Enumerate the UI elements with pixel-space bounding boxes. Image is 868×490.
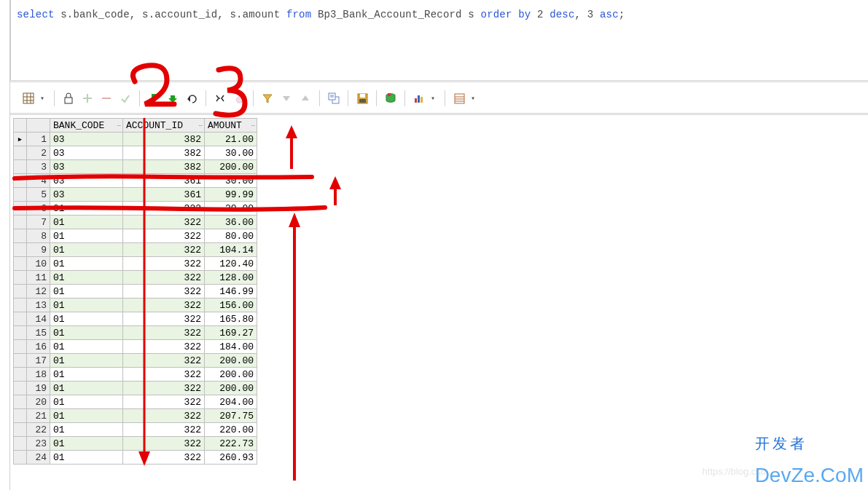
- cell-amount[interactable]: 30.00: [205, 146, 257, 160]
- lock-button[interactable]: [59, 89, 78, 108]
- cell-account-id[interactable]: 322: [123, 257, 205, 271]
- cell-amount[interactable]: 36.00: [205, 216, 257, 229]
- cell-amount[interactable]: 204.00: [205, 395, 257, 409]
- view-list-button[interactable]: [450, 89, 469, 108]
- cell-bank-code[interactable]: 03: [50, 174, 123, 188]
- row-marker[interactable]: [14, 395, 27, 409]
- row-marker[interactable]: [14, 299, 27, 312]
- filter-button[interactable]: [258, 89, 277, 108]
- cell-amount[interactable]: 222.73: [205, 437, 257, 451]
- cell-amount[interactable]: 20.00: [205, 202, 257, 216]
- row-marker[interactable]: [14, 160, 27, 174]
- col-bank-code[interactable]: BANK_CODE…: [50, 119, 123, 133]
- sql-editor[interactable]: select s.bank_code, s.account_id, s.amou…: [10, 0, 868, 80]
- row-marker[interactable]: [14, 326, 27, 340]
- table-row[interactable]: 901322104.14: [14, 243, 257, 257]
- rowmark-header[interactable]: [14, 119, 27, 133]
- cell-bank-code[interactable]: 01: [50, 299, 123, 312]
- rownum-header[interactable]: [27, 119, 50, 133]
- cell-account-id[interactable]: 322: [123, 229, 205, 243]
- export-db-button[interactable]: [381, 89, 400, 108]
- table-row[interactable]: 1501322169.27: [14, 326, 257, 340]
- cell-bank-code[interactable]: 01: [50, 437, 123, 451]
- chart-dropdown[interactable]: ▾: [429, 94, 437, 103]
- table-row[interactable]: 303382200.00: [14, 160, 257, 174]
- row-marker[interactable]: [14, 354, 27, 368]
- add-row-button[interactable]: [78, 89, 97, 108]
- row-marker[interactable]: [14, 437, 27, 451]
- cell-amount[interactable]: 200.00: [205, 160, 257, 174]
- cell-account-id[interactable]: 322: [123, 285, 205, 299]
- table-row[interactable]: 70132236.00: [14, 216, 257, 229]
- cell-account-id[interactable]: 322: [123, 326, 205, 340]
- cell-amount[interactable]: 21.00: [205, 133, 257, 146]
- grid-button[interactable]: [19, 89, 38, 108]
- sort-asc-button[interactable]: [296, 89, 315, 108]
- cell-account-id[interactable]: 322: [123, 340, 205, 354]
- cell-account-id[interactable]: 322: [123, 312, 205, 326]
- cell-bank-code[interactable]: 01: [50, 368, 123, 382]
- grid-dropdown[interactable]: ▾: [38, 94, 47, 103]
- table-row[interactable]: 60132220.00: [14, 202, 257, 216]
- row-marker[interactable]: [14, 257, 27, 271]
- table-row[interactable]: ▸10338221.00: [14, 133, 257, 146]
- table-row[interactable]: 20338230.00: [14, 146, 257, 160]
- table-row[interactable]: 2001322204.00: [14, 395, 257, 409]
- cell-bank-code[interactable]: 03: [50, 146, 123, 160]
- cell-bank-code[interactable]: 01: [50, 354, 123, 368]
- row-marker[interactable]: [14, 409, 27, 423]
- commit-button[interactable]: [144, 89, 163, 108]
- row-marker[interactable]: [14, 271, 27, 285]
- cell-amount[interactable]: 165.80: [205, 312, 257, 326]
- cell-bank-code[interactable]: 01: [50, 202, 123, 216]
- clear-button[interactable]: [230, 89, 249, 108]
- table-row[interactable]: 80132280.00: [14, 229, 257, 243]
- cell-amount[interactable]: 120.40: [205, 257, 257, 271]
- row-marker[interactable]: [14, 340, 27, 354]
- sort-desc-button[interactable]: [277, 89, 296, 108]
- cell-account-id[interactable]: 322: [123, 451, 205, 465]
- cell-bank-code[interactable]: 01: [50, 271, 123, 285]
- cell-account-id[interactable]: 382: [123, 146, 205, 160]
- cell-amount[interactable]: 200.00: [205, 382, 257, 395]
- table-row[interactable]: 1601322184.00: [14, 340, 257, 354]
- cell-account-id[interactable]: 361: [123, 174, 205, 188]
- cell-amount[interactable]: 104.14: [205, 243, 257, 257]
- table-row[interactable]: 50336199.99: [14, 188, 257, 202]
- cell-account-id[interactable]: 322: [123, 423, 205, 437]
- table-row[interactable]: 2401322260.93: [14, 451, 257, 465]
- cell-bank-code[interactable]: 01: [50, 229, 123, 243]
- cell-bank-code[interactable]: 01: [50, 243, 123, 257]
- cell-account-id[interactable]: 322: [123, 354, 205, 368]
- cell-amount[interactable]: 200.00: [205, 368, 257, 382]
- cell-amount[interactable]: 30.00: [205, 174, 257, 188]
- cell-amount[interactable]: 128.00: [205, 271, 257, 285]
- row-marker[interactable]: [14, 174, 27, 188]
- post-edit-button[interactable]: [116, 89, 135, 108]
- cell-bank-code[interactable]: 01: [50, 285, 123, 299]
- cell-amount[interactable]: 260.93: [205, 451, 257, 465]
- row-marker[interactable]: [14, 229, 27, 243]
- row-marker[interactable]: [14, 188, 27, 202]
- cell-amount[interactable]: 99.99: [205, 188, 257, 202]
- save-button[interactable]: [353, 89, 372, 108]
- find-button[interactable]: [211, 89, 230, 108]
- cell-account-id[interactable]: 322: [123, 437, 205, 451]
- delete-row-button[interactable]: [97, 89, 116, 108]
- cell-account-id[interactable]: 322: [123, 243, 205, 257]
- cell-amount[interactable]: 156.00: [205, 299, 257, 312]
- row-marker[interactable]: [14, 285, 27, 299]
- cell-account-id[interactable]: 322: [123, 216, 205, 229]
- row-marker[interactable]: ▸: [14, 133, 27, 146]
- cell-amount[interactable]: 220.00: [205, 423, 257, 437]
- cell-account-id[interactable]: 322: [123, 409, 205, 423]
- cell-account-id[interactable]: 322: [123, 382, 205, 395]
- col-amount[interactable]: AMOUNT…: [205, 119, 257, 133]
- cell-bank-code[interactable]: 01: [50, 409, 123, 423]
- cell-account-id[interactable]: 322: [123, 395, 205, 409]
- cell-account-id[interactable]: 322: [123, 271, 205, 285]
- row-marker[interactable]: [14, 243, 27, 257]
- table-row[interactable]: 2201322220.00: [14, 423, 257, 437]
- table-row[interactable]: 2301322222.73: [14, 437, 257, 451]
- table-row[interactable]: 1901322200.00: [14, 382, 257, 395]
